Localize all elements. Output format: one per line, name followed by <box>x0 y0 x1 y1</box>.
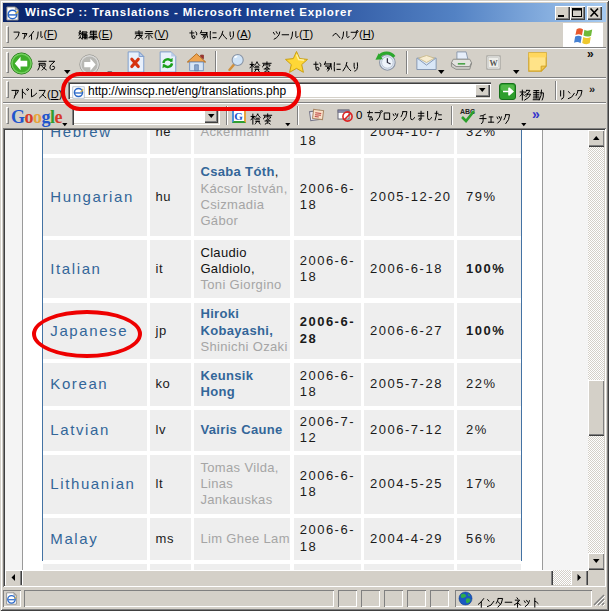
svg-text:W: W <box>489 58 497 67</box>
